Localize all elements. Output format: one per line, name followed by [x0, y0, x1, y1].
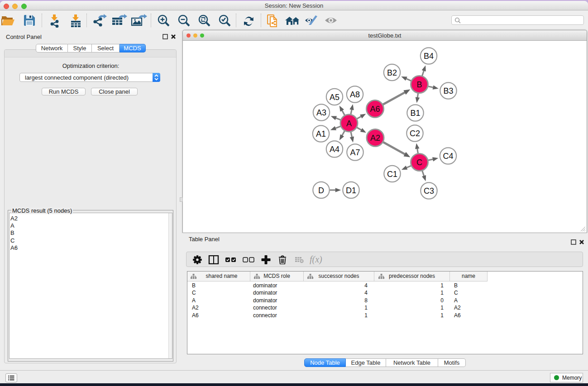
svg-text:D: D: [318, 186, 324, 195]
svg-text:A3: A3: [316, 108, 326, 117]
svg-text:C3: C3: [424, 186, 434, 195]
svg-text:A: A: [346, 119, 352, 128]
svg-text:A4: A4: [330, 145, 339, 154]
svg-text:f(x): f(x): [310, 255, 322, 264]
svg-text:C1: C1: [387, 170, 397, 179]
svg-text:A7: A7: [350, 148, 360, 157]
svg-text:A8: A8: [350, 90, 360, 99]
svg-text:B: B: [416, 80, 422, 89]
svg-text:A2: A2: [370, 133, 380, 143]
svg-text:A1: A1: [316, 129, 326, 138]
svg-text:D1: D1: [346, 186, 356, 195]
svg-text:C4: C4: [443, 152, 453, 161]
svg-text:B3: B3: [443, 86, 453, 95]
svg-text:C2: C2: [410, 129, 420, 138]
svg-text:A6: A6: [370, 105, 380, 114]
svg-text:B1: B1: [410, 109, 420, 118]
svg-text:A5: A5: [330, 93, 339, 102]
svg-text:B4: B4: [424, 52, 434, 61]
svg-text:C: C: [416, 158, 422, 167]
svg-text:B2: B2: [387, 68, 397, 77]
